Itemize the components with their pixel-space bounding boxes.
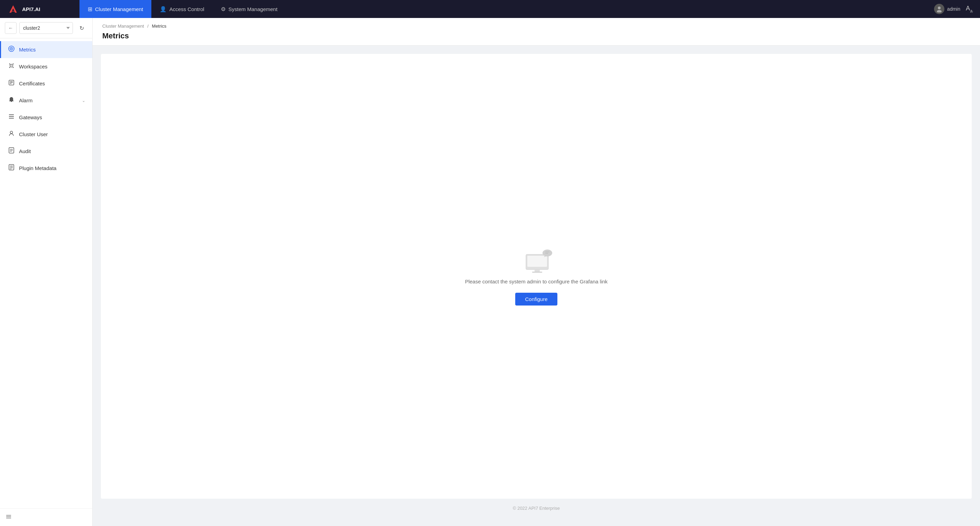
nav-access-control[interactable]: 👤 Access Control (151, 0, 213, 18)
breadcrumb: Cluster Management / Metrics (102, 24, 970, 29)
svg-rect-0 (7, 3, 19, 15)
admin-label: admin (947, 6, 960, 12)
nav-cluster-management[interactable]: ⊞ Cluster Management (80, 0, 151, 18)
cluster-select[interactable]: cluster2 (19, 22, 73, 34)
metrics-card: Please contact the system admin to confi… (101, 54, 972, 499)
alarm-label: Alarm (19, 97, 32, 103)
alarm-chevron: ⌄ (82, 98, 85, 103)
sidebar-item-certificates[interactable]: Certificates (0, 75, 92, 92)
sidebar-item-metrics[interactable]: Metrics (0, 41, 92, 58)
empty-message: Please contact the system admin to confi… (465, 279, 608, 284)
access-icon: 👤 (160, 6, 167, 13)
system-icon: ⚙ (221, 6, 226, 13)
svg-point-10 (10, 64, 10, 65)
certificates-icon (8, 80, 15, 88)
logo-icon (7, 3, 19, 15)
lang-icon[interactable]: Aあ (966, 5, 973, 13)
svg-rect-26 (9, 164, 14, 170)
grafana-empty-icon (522, 247, 554, 273)
workspaces-icon (8, 62, 15, 70)
admin-area[interactable]: admin (934, 4, 960, 14)
nav-system-label: System Management (228, 6, 277, 12)
svg-rect-37 (532, 272, 542, 273)
cluster-icon: ⊞ (88, 6, 92, 13)
nav-access-label: Access Control (169, 6, 204, 12)
sidebar-item-audit[interactable]: Audit (0, 143, 92, 160)
svg-point-21 (10, 131, 13, 134)
content: Cluster Management / Metrics Metrics (92, 18, 980, 526)
sidebar-menu: Metrics Workspaces Certificates Alarm (0, 38, 92, 508)
svg-point-11 (13, 64, 14, 65)
cluster-user-label: Cluster User (19, 131, 48, 137)
collapse-icon[interactable] (6, 513, 12, 521)
logo-text: API7.AI (22, 6, 40, 12)
svg-point-13 (13, 67, 14, 68)
breadcrumb-parent[interactable]: Cluster Management (102, 24, 144, 29)
breadcrumb-separator: / (147, 24, 149, 29)
svg-rect-35 (527, 256, 547, 267)
svg-point-7 (11, 48, 12, 49)
audit-icon (8, 147, 15, 155)
main-layout: ← cluster2 ↻ Metrics Workspaces (0, 18, 980, 526)
content-body: Please contact the system admin to confi… (92, 46, 980, 526)
metrics-label: Metrics (19, 47, 36, 53)
certificates-label: Certificates (19, 81, 45, 86)
nav-cluster-label: Cluster Management (95, 6, 143, 12)
sidebar: ← cluster2 ↻ Metrics Workspaces (0, 18, 92, 526)
breadcrumb-current: Metrics (152, 24, 167, 29)
svg-rect-2 (10, 11, 16, 12)
alarm-icon (8, 96, 15, 104)
sidebar-item-gateways[interactable]: Gateways (0, 109, 92, 126)
empty-illustration (522, 247, 550, 272)
cluster-bar: ← cluster2 ↻ (0, 18, 92, 38)
refresh-button[interactable]: ↻ (76, 22, 88, 34)
plugin-metadata-icon (8, 164, 15, 172)
back-button[interactable]: ← (5, 22, 17, 34)
svg-point-12 (10, 67, 10, 68)
audit-label: Audit (19, 148, 31, 154)
cluster-user-icon (8, 130, 15, 138)
plugin-metadata-label: Plugin Metadata (19, 165, 56, 171)
svg-point-3 (938, 6, 940, 10)
svg-point-38 (542, 250, 552, 257)
top-nav: API7.AI ⊞ Cluster Management 👤 Access Co… (0, 0, 980, 18)
avatar (934, 4, 944, 14)
sidebar-item-workspaces[interactable]: Workspaces (0, 58, 92, 75)
svg-point-9 (11, 65, 12, 66)
footer: © 2022 API7 Enterprise (101, 499, 972, 518)
content-header: Cluster Management / Metrics Metrics (92, 18, 980, 46)
sidebar-footer (0, 508, 92, 526)
svg-point-4 (937, 10, 942, 13)
metrics-icon (8, 46, 15, 54)
svg-rect-36 (535, 269, 540, 272)
configure-button[interactable]: Configure (515, 293, 557, 306)
gateways-icon (8, 113, 15, 121)
nav-system-management[interactable]: ⚙ System Management (213, 0, 286, 18)
nav-right: admin Aあ (934, 4, 973, 14)
footer-text: © 2022 API7 Enterprise (513, 505, 560, 511)
page-title: Metrics (102, 32, 970, 40)
logo-area: API7.AI (7, 3, 80, 15)
nav-items: ⊞ Cluster Management 👤 Access Control ⚙ … (80, 0, 934, 18)
sidebar-item-alarm[interactable]: Alarm ⌄ (0, 92, 92, 109)
gateways-label: Gateways (19, 115, 42, 120)
workspaces-label: Workspaces (19, 64, 47, 70)
sidebar-item-plugin-metadata[interactable]: Plugin Metadata (0, 160, 92, 177)
sidebar-item-cluster-user[interactable]: Cluster User (0, 126, 92, 143)
